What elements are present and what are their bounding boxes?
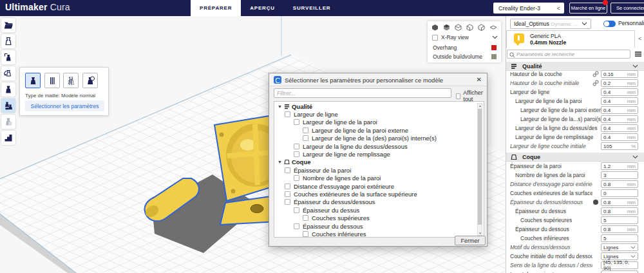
setting-value-field[interactable]: 0.4mm <box>601 88 638 96</box>
view-left-icon[interactable] <box>466 24 473 31</box>
info-icon[interactable] <box>593 200 598 205</box>
checkbox[interactable] <box>285 199 290 205</box>
checkbox[interactable] <box>294 175 299 181</box>
setting-value-field[interactable]: 0.4mm <box>601 106 638 114</box>
panel-collapse-chevron[interactable]: < <box>638 35 641 42</box>
custom-toggle[interactable] <box>603 21 616 27</box>
tree-scrollbar[interactable]: ▲ ▼ <box>477 103 482 236</box>
close-icon[interactable]: ✕ <box>477 76 482 83</box>
scale-tool-button[interactable] <box>1 50 15 64</box>
tree-item[interactable]: Largeur de la ligne du dessus/dessous <box>274 142 484 150</box>
printer-selector[interactable]: Creality Ender-3 < <box>493 3 564 14</box>
filter-input[interactable] <box>274 88 451 98</box>
tab-monitor[interactable]: SURVEILLER <box>284 0 340 16</box>
marketplace-button[interactable]: Marché en ligne <box>569 3 607 14</box>
setting-value-field[interactable]: 5 <box>601 234 638 242</box>
setting-value-field[interactable]: 0.8mm <box>601 207 638 215</box>
view-3d-icon[interactable] <box>431 24 439 31</box>
checkbox[interactable] <box>303 215 308 221</box>
link-icon[interactable] <box>592 71 599 77</box>
view-right-icon[interactable] <box>478 24 485 31</box>
show-all-checkbox[interactable] <box>456 93 460 99</box>
tab-prepare[interactable]: PRÉPARER <box>191 0 241 16</box>
rotate-tool-button[interactable] <box>1 66 15 80</box>
setting-value-field[interactable]: [45, 135, 0, 90] <box>601 261 638 269</box>
setting-value-field[interactable]: 3 <box>601 171 638 179</box>
checkbox[interactable] <box>303 135 308 141</box>
collapse-arrow-icon[interactable]: ▼ <box>278 160 282 164</box>
tree-item[interactable]: Couches extérieures de la surface supéri… <box>274 190 484 198</box>
move-tool-button[interactable] <box>1 34 15 48</box>
extruder-tab[interactable]: Generic PLA 0.4mm Nozzle <box>506 30 635 48</box>
close-button[interactable]: Fermer <box>455 236 486 245</box>
scrollbar-thumb[interactable] <box>478 109 482 225</box>
tree-item[interactable]: Épaisseur du dessus <box>274 206 484 214</box>
tree-item[interactable]: Nombre de lignes de la paroi <box>274 174 484 182</box>
tree-item[interactable]: Épaisseur du dessous <box>274 222 484 230</box>
settings-menu-icon[interactable] <box>635 52 641 57</box>
checkbox[interactable] <box>294 144 299 149</box>
tree-item[interactable]: Couches supérieures <box>274 214 484 222</box>
tree-item[interactable]: Largeur de ligne de remplissage <box>274 150 484 158</box>
tree-item[interactable]: Couches inférieures <box>274 230 484 238</box>
checkbox[interactable] <box>285 167 290 173</box>
setting-value-field[interactable]: 0.8mm <box>601 198 638 206</box>
setting-value-field[interactable]: 0.4mm <box>601 115 638 123</box>
tree-item[interactable]: Épaisseur du dessus/dessous <box>274 198 484 206</box>
xray-checkbox[interactable] <box>432 35 438 41</box>
setting-value-field[interactable]: 5 <box>601 216 638 224</box>
tree-item[interactable]: Largeur de ligne de la paroi externe <box>274 126 484 134</box>
tree-category-quality[interactable]: ▼ Qualité <box>274 102 484 110</box>
setting-value-field[interactable]: 0mm <box>601 270 638 273</box>
category-quality[interactable]: Qualité <box>506 62 644 71</box>
checkbox[interactable] <box>303 127 308 133</box>
show-all-row[interactable]: Afficher tout <box>456 89 487 102</box>
setting-select[interactable]: Lignes <box>601 243 638 251</box>
setting-value-field[interactable]: 105% <box>601 142 638 150</box>
checkbox[interactable] <box>294 119 299 125</box>
settings-search-box[interactable] <box>507 50 630 59</box>
custom-supports-button[interactable] <box>1 131 15 145</box>
mirror-tool-button[interactable] <box>1 82 15 97</box>
setting-value-field[interactable]: 0.2mm <box>601 79 638 87</box>
settings-search-input[interactable] <box>516 50 629 58</box>
checkbox[interactable] <box>294 223 299 229</box>
mesh-support-button[interactable] <box>82 73 98 88</box>
chevron-down-icon[interactable] <box>492 35 498 39</box>
chevron-left-icon[interactable]: < <box>557 5 560 12</box>
category-shell[interactable]: Coque <box>506 153 644 162</box>
mesh-cutting-button[interactable] <box>63 73 79 88</box>
xray-view-row[interactable]: X-Ray view <box>432 34 469 41</box>
checkbox[interactable] <box>303 231 308 237</box>
collapse-arrow-icon[interactable]: ▼ <box>278 104 282 109</box>
per-model-settings-button[interactable] <box>1 99 15 113</box>
checkbox[interactable] <box>285 191 290 197</box>
view-top-icon[interactable] <box>455 24 462 31</box>
setting-value-field[interactable]: 0.8mm <box>601 225 638 233</box>
profile-dropdown[interactable]: Ideal_Optimus Dynamic Quality - 0 <box>510 19 591 29</box>
setting-value-field[interactable]: 0.4mm <box>601 124 638 132</box>
dialog-titlebar[interactable]: Sélectionner les paramètres pour personn… <box>269 73 487 86</box>
setting-value-field[interactable]: 0.4mm <box>601 97 638 105</box>
checkbox[interactable] <box>285 111 290 117</box>
checkbox[interactable] <box>294 151 299 157</box>
tree-item[interactable]: Épaisseur de la paroi <box>274 166 484 174</box>
tree-item[interactable]: Largeur de ligne de la (des) paroi(s) in… <box>274 135 484 142</box>
tree-item[interactable]: Distance d'essuyage paroi extérieure <box>274 182 484 190</box>
select-settings-button[interactable]: Sélectionner les paramètres <box>25 100 104 111</box>
setting-value-field[interactable]: 1.2mm <box>601 162 638 170</box>
view-bottom-icon[interactable] <box>489 24 497 31</box>
setting-value-field[interactable]: 0.4mm <box>601 133 638 141</box>
tree-category-shell[interactable]: ▼ Coque <box>274 158 484 166</box>
tree-item[interactable]: Largeur de ligne de la paroi <box>274 118 484 126</box>
support-blocker-button[interactable] <box>1 115 15 129</box>
mesh-normal-button[interactable] <box>25 73 41 88</box>
signin-button[interactable]: Se connecter <box>611 3 644 14</box>
checkbox[interactable] <box>285 184 290 189</box>
checkbox[interactable] <box>294 207 299 213</box>
view-front-icon[interactable] <box>443 24 450 31</box>
setting-value-field[interactable]: 0.16mm <box>601 70 638 78</box>
setting-value-field[interactable]: 0.8mm <box>601 180 638 188</box>
mesh-infill-button[interactable] <box>44 73 60 88</box>
setting-value-field[interactable]: 0 <box>601 189 638 197</box>
